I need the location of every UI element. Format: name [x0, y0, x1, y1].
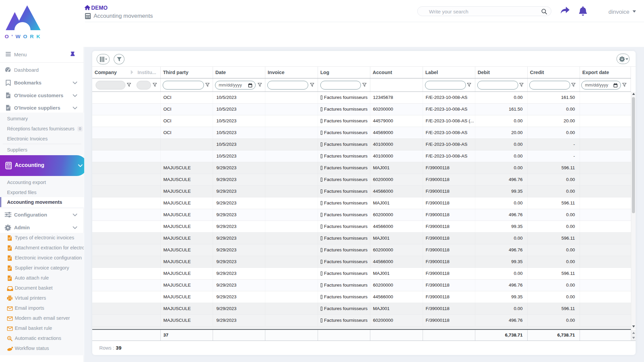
svg-text:O'WORK: O'WORK [5, 34, 43, 39]
